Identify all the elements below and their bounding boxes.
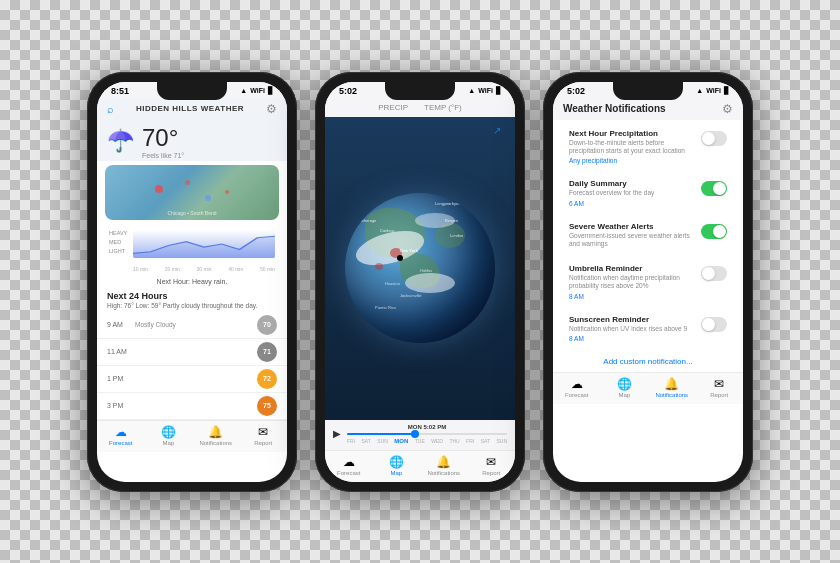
status-icons-3: ▲ WiFi ▊ [696,87,729,95]
forecast-icon-1: ☁ [115,425,127,439]
nav-report-1[interactable]: ✉ Report [240,425,288,446]
nav-notif-label-3: Notifications [655,392,688,398]
status-time-1: 8:51 [111,86,129,96]
nav-forecast-label-1: Forecast [109,440,132,446]
next24-header: Next 24 Hours [97,287,287,302]
temp-tab[interactable]: TEMP (°F) [424,102,462,113]
hour-row: 9 AMMostly Cloudy70 [97,312,287,339]
notif-content: Sunscreen ReminderNotification when UV i… [569,315,695,342]
timeline-dates: FRI SAT SUN MON TUE WED THU FRI SAT SUN [347,438,507,444]
notif-content: Umbrella ReminderNotification when dayti… [569,264,695,300]
forecast-header: ⌕ HIDDEN HILLS WEATHER ⚙ [97,98,287,120]
notif-accent: 8 AM [569,293,695,300]
hour-temp: 72 [257,369,277,389]
weather-map[interactable]: Chicago • South Bend [105,165,279,220]
nav-map-label-2: Map [390,470,402,476]
notif-name: Umbrella Reminder [569,264,695,273]
precip-tab[interactable]: PRECIP [378,102,408,113]
phones-container: 8:51 ▲ WiFi ▊ ⌕ HIDDEN HILLS WEATHER ⚙ ☂… [87,72,753,492]
hour-temp: 71 [257,342,277,362]
gear-icon-3[interactable]: ⚙ [722,102,733,116]
add-custom-button[interactable]: Add custom notification... [553,351,743,372]
timeline-dot [411,430,419,438]
notif-desc: Notification when UV index rises above 9 [569,325,695,333]
report-icon-3: ✉ [714,377,724,391]
nav-report-label-1: Report [254,440,272,446]
notch-1 [157,82,227,100]
toggle-knob [702,267,715,280]
toggle-switch[interactable] [701,266,727,281]
notif-title: Weather Notifications [563,103,666,114]
hour-desc: Mostly Cloudy [135,321,251,328]
nav-notif-1[interactable]: 🔔 Notifications [192,425,240,446]
toggle-knob [702,132,715,145]
weather-icon: ☂️ [107,128,134,154]
current-temp: 70° [142,124,184,152]
nav-report-3[interactable]: ✉ Report [696,377,744,398]
nav-map-3[interactable]: 🌐 Map [601,377,649,398]
notif-desc: Forecast overview for the day [569,189,695,197]
toggle-switch[interactable] [701,224,727,239]
temp-section: ☂️ 70° Feels like 71° [97,120,287,161]
hour-row: 3 PM75 [97,393,287,420]
nav-forecast-1[interactable]: ☁ Forecast [97,425,145,446]
search-icon[interactable]: ⌕ [107,103,114,115]
forecast-icon-2: ☁ [343,455,355,469]
nav-report-label-2: Report [482,470,500,476]
hour-time: 9 AM [107,321,129,328]
nav-map-label-3: Map [618,392,630,398]
toggle-knob [713,225,726,238]
nav-notif-2[interactable]: 🔔 Notifications [420,455,468,476]
notch-3 [613,82,683,100]
nav-report-2[interactable]: ✉ Report [468,455,516,476]
notif-desc: Government-issued severe weather alerts … [569,232,695,249]
report-icon-1: ✉ [258,425,268,439]
hour-temp: 70 [257,315,277,335]
nav-report-label-3: Report [710,392,728,398]
radar-labels: HEAVY MED LIGHT [109,230,127,254]
notif-accent: 8 AM [569,335,695,342]
status-icons-1: ▲ WiFi ▊ [240,87,273,95]
gear-icon-1[interactable]: ⚙ [266,102,277,116]
phone-map: 5:02 ▲ WiFi ▊ PRECIP TEMP (°F) ↗ [315,72,525,492]
next24-subtitle: High: 76° Low: 59° Partly cloudy through… [97,302,287,312]
notification-item: Next Hour PrecipitationDown-to-the-minut… [561,123,735,171]
nav-forecast-label-2: Forecast [337,470,360,476]
nav-forecast-label-3: Forecast [565,392,588,398]
nav-map-2[interactable]: 🌐 Map [373,455,421,476]
report-icon-2: ✉ [486,455,496,469]
nav-notif-3[interactable]: 🔔 Notifications [648,377,696,398]
toggle-switch[interactable] [701,181,727,196]
nav-forecast-2[interactable]: ☁ Forecast [325,455,373,476]
toggle-switch[interactable] [701,317,727,332]
timeline-progress [347,433,419,435]
nav-map-label-1: Map [162,440,174,446]
notification-item: Severe Weather AlertsGovernment-issued s… [561,216,735,255]
play-button[interactable]: ▶ [333,428,341,439]
status-time-2: 5:02 [339,86,357,96]
globe-container[interactable]: ↗ [325,117,515,420]
nav-forecast-3[interactable]: ☁ Forecast [553,377,601,398]
toggle-knob [702,318,715,331]
screen-map: PRECIP TEMP (°F) ↗ [325,98,515,482]
notification-item: Daily SummaryForecast overview for the d… [561,173,735,212]
nav-map-1[interactable]: 🌐 Map [145,425,193,446]
radar-chart: HEAVY MED LIGHT 10 min 20 min 30 min [105,226,279,274]
timeline-bar[interactable] [347,433,507,435]
notif-icon-3: 🔔 [664,377,679,391]
notif-icon-1: 🔔 [208,425,223,439]
status-time-3: 5:02 [567,86,585,96]
notif-desc: Notification when daytime precipitation … [569,274,695,291]
timeline-label: MON 5:02 PM [347,424,507,430]
bottom-nav-3: ☁ Forecast 🌐 Map 🔔 Notifications ✉ Repor… [553,372,743,404]
notif-name: Severe Weather Alerts [569,222,695,231]
toggle-switch[interactable] [701,131,727,146]
hour-time: 1 PM [107,375,129,382]
notif-desc: Down-to-the-minute alerts before precipi… [569,139,695,156]
map-tab-bar: PRECIP TEMP (°F) [325,98,515,117]
notification-item: Sunscreen ReminderNotification when UV i… [561,309,735,348]
notif-icon-2: 🔔 [436,455,451,469]
notif-header: Weather Notifications ⚙ [553,98,743,120]
notification-item: Umbrella ReminderNotification when dayti… [561,258,735,306]
nav-notif-label-2: Notifications [427,470,460,476]
